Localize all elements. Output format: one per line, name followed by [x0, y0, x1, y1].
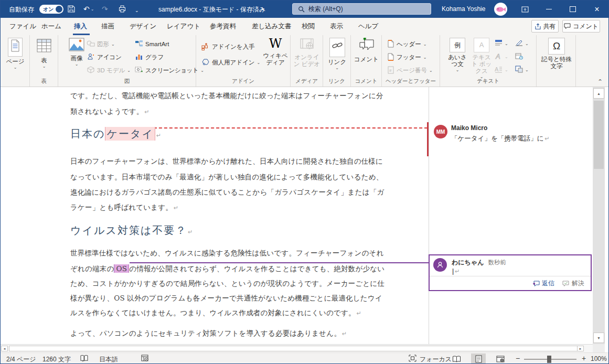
autosave-toggle[interactable]: オン — [39, 5, 63, 14]
share-button[interactable]: 共有 — [531, 20, 559, 33]
read-mode-button[interactable] — [449, 354, 464, 364]
comments-toggle-button[interactable]: コメント — [562, 20, 600, 33]
links-group-label: リンク — [323, 78, 350, 85]
scroll-up-icon[interactable]: ▲ — [593, 88, 604, 99]
save-icon[interactable] — [67, 5, 76, 15]
page-indicator[interactable]: 2/4 ページ — [6, 355, 36, 364]
date-time-button[interactable] — [515, 52, 523, 61]
group-addins: アドインを入手 個人用アドイン ⌄ W ウィキペディア アドイン — [196, 35, 291, 87]
heading-japan-keitai: 日本のケータイ↵ — [70, 127, 162, 141]
doc-line: 世界標準仕様ではないため、ウイルスに感染する危険性は低いです。フィーチャーフォン… — [70, 249, 384, 258]
icons-button[interactable]: アイコン — [87, 53, 122, 61]
tab-mailings[interactable]: 差し込み文書 — [252, 22, 292, 31]
omega-icon: Ω — [548, 38, 565, 55]
scroll-right-icon[interactable]: ► — [577, 346, 584, 351]
doc-line: なっています。日本市場でのみ「最適化」が著しい独自の進化によって多機能化している… — [70, 173, 383, 182]
tab-file[interactable]: ファイル — [9, 22, 36, 31]
document-canvas[interactable]: です。ただし、電話機能や電話帳といった基本機能だけに絞った端末はフィーチャーフォ… — [1, 87, 593, 344]
maximize-button[interactable] — [564, 1, 582, 18]
word-count[interactable]: 1260 文字 — [42, 355, 71, 364]
ribbon-display-options-button[interactable] — [516, 1, 534, 18]
print-preview-icon[interactable] — [118, 5, 126, 15]
zoom-level[interactable]: 100% — [591, 355, 607, 362]
search-icon — [298, 6, 305, 13]
zoom-slider-thumb[interactable] — [547, 356, 551, 363]
comment2-anchor-highlight[interactable]: OS — [114, 264, 129, 273]
comment1-anchor-highlight[interactable]: ケータイ — [105, 127, 155, 141]
wikipedia-button[interactable]: W ウィキペディア — [262, 36, 289, 66]
object-button[interactable]: ⌄ — [515, 66, 529, 74]
get-addins-button[interactable]: アドインを入手 — [201, 42, 255, 51]
user-name[interactable]: Kohama Yoshie — [442, 5, 485, 13]
screenshot-icon — [135, 66, 143, 74]
search-input[interactable]: 検索 (Alt+Q) — [292, 3, 431, 15]
table-button[interactable]: 表 ⌄ — [32, 38, 56, 69]
tab-view[interactable]: 表示 — [330, 22, 343, 31]
tab-home[interactable]: ホーム — [41, 22, 61, 31]
macro-record-icon[interactable] — [141, 355, 149, 363]
svg-text:A: A — [495, 52, 500, 60]
proofing-status-icon[interactable] — [80, 355, 88, 363]
pictures-button[interactable]: 画像 ⌄ — [65, 38, 89, 67]
focus-mode-icon[interactable] — [409, 355, 416, 363]
zoom-out-button[interactable]: − — [516, 354, 520, 362]
language-indicator[interactable]: 日本語 — [99, 355, 118, 364]
user-avatar[interactable] — [494, 3, 507, 16]
undo-glyph: ↶ — [83, 5, 90, 13]
tab-help[interactable]: ヘルプ — [358, 22, 378, 31]
link-button[interactable]: リンク ⌄ — [325, 38, 349, 70]
paragraph-mark: ↵ — [544, 135, 549, 142]
minimize-button[interactable] — [540, 1, 558, 18]
tab-layout[interactable]: レイアウト — [167, 22, 200, 31]
comment2-anchor-line — [130, 262, 429, 263]
tab-references[interactable]: 参考資料 — [210, 22, 236, 31]
pages-button[interactable]: ページ ⌄ — [2, 38, 28, 70]
close-button[interactable]: × — [588, 1, 606, 18]
drop-cap-button: A ⌄ — [495, 66, 508, 74]
tab-review[interactable]: 校閲 — [302, 22, 315, 31]
new-comment-button[interactable]: コメント — [354, 38, 379, 63]
screenshot-button[interactable]: スクリーンショット ⌄ — [135, 66, 204, 74]
quick-parts-button[interactable]: ⌄ — [495, 39, 508, 48]
collapse-ribbon-icon[interactable]: ⌃ — [597, 78, 603, 85]
tab-draw[interactable]: 描画 — [101, 22, 114, 31]
scroll-left-icon[interactable]: ◄ — [1, 346, 8, 351]
signature-line-button[interactable]: ⌄ — [515, 39, 529, 48]
group-symbols: Ω 記号と特殊文字 — [537, 35, 576, 87]
new-comment-label: コメント — [354, 56, 379, 63]
my-addins-icon — [201, 58, 210, 67]
doc-line: ぞれの端末のOSの情報が公開されておらず、ウイルスを作ることはできても、絶対数が… — [70, 264, 384, 274]
reply-button[interactable]: 返信 — [532, 279, 554, 288]
title-dropdown-icon[interactable]: ▾ — [262, 7, 264, 12]
header-button[interactable]: ヘッダー ⌄ — [387, 40, 427, 49]
greeting-icon: 例 — [450, 38, 465, 52]
footer-button[interactable]: フッター ⌄ — [387, 53, 427, 62]
tab-design[interactable]: デザイン — [130, 22, 156, 31]
tab-insert[interactable]: 挿入 — [74, 22, 87, 31]
comment2-input[interactable]: |↵ — [452, 267, 460, 275]
scroll-down-icon[interactable]: ▼ — [593, 333, 604, 343]
doc-line: よって、パソコンのようにセキュリティ対策ソフトを導入する必要はありません。↵ — [70, 329, 347, 338]
focus-mode-label[interactable]: フォーカス — [420, 355, 452, 364]
paragraph-mark: ↵ — [188, 229, 194, 235]
header-icon — [387, 40, 394, 49]
smartart-button[interactable]: SmartArt — [135, 40, 169, 48]
web-layout-button[interactable] — [493, 354, 508, 364]
greeting-line-button[interactable]: 例 あいさつ文 ⌄ — [445, 38, 469, 72]
print-layout-button[interactable] — [471, 354, 486, 364]
3d-models-button: 3D モデル ⌄ — [87, 66, 131, 74]
resolve-button[interactable]: 解決 — [562, 279, 584, 288]
comment1-avatar: MM — [434, 125, 447, 138]
comments-button-label: コメント — [573, 22, 599, 31]
horizontal-scrollbar[interactable]: ◄ ► — [1, 344, 593, 352]
quick-access-more-icon[interactable]: ⌄ — [135, 6, 139, 15]
undo-icon[interactable]: ↶⌄ — [83, 4, 94, 14]
horizontal-scroll-thumb[interactable] — [9, 346, 582, 351]
vertical-scrollbar[interactable]: ▲ ▼ — [593, 87, 605, 344]
my-addins-button[interactable]: 個人用アドイン ⌄ — [201, 58, 260, 67]
chart-button[interactable]: グラフ — [135, 53, 164, 61]
symbols-button[interactable]: Ω 記号と特殊文字 — [541, 38, 572, 70]
vertical-scroll-thumb[interactable] — [594, 101, 604, 169]
comment-card-wanichan[interactable]: わにちゃん数秒前 |↵ 返信 解決 — [429, 254, 592, 291]
zoom-in-button[interactable]: + — [582, 354, 586, 362]
